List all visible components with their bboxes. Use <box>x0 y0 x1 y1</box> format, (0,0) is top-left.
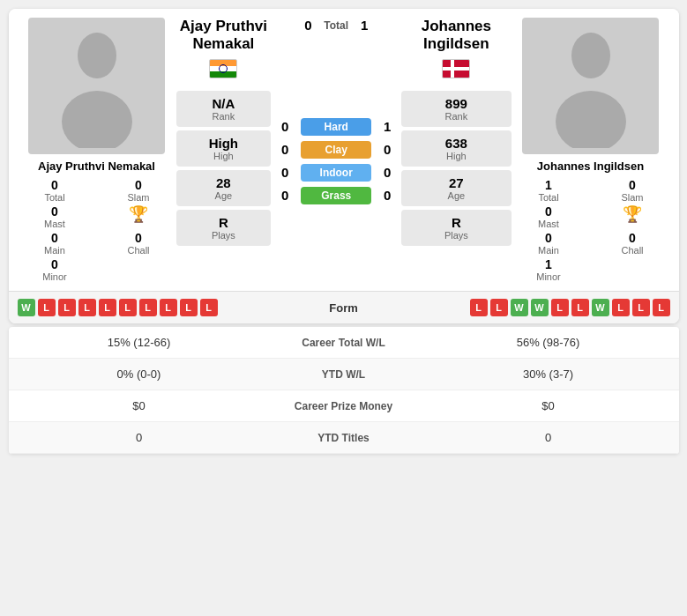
player1-mast-label: Mast <box>44 219 65 229</box>
form-badge: L <box>571 299 589 316</box>
surface-scores: 0 Hard 1 0 Clay 0 0 Indoor 0 0 Grass <box>274 40 398 282</box>
p2-indoor-score: 0 <box>377 165 398 180</box>
prize-label: Career Prize Money <box>256 400 432 412</box>
form-label: Form <box>329 301 358 315</box>
player1-plays-label: Plays <box>185 230 263 241</box>
player2-total: 1 <box>545 178 552 192</box>
stats-table: 15% (12-66) Career Total W/L 56% (98-76)… <box>9 327 679 454</box>
player2-header-name: Johannes Ingildsen <box>401 18 511 54</box>
player1-high-box: High High <box>176 130 272 167</box>
player1-rank-box: N/A Rank <box>176 91 272 127</box>
svg-point-0 <box>78 33 116 78</box>
player1-rank-val: N/A <box>185 96 263 111</box>
ytd-wl-label: YTD W/L <box>256 368 432 381</box>
form-badge: L <box>139 299 157 316</box>
player2-high-box: 638 High <box>401 130 511 167</box>
player1-total: 0 <box>51 178 58 192</box>
player1-rank-label: Rank <box>185 111 263 122</box>
player1-panel: Ajay Pruthvi Nemakal 0 Total 0 Slam 0 Ma… <box>18 18 176 282</box>
form-badge: L <box>612 299 630 316</box>
player1-mast: 0 <box>51 204 58 219</box>
player1-age-val: 28 <box>185 175 263 190</box>
player1-chall: 0 <box>135 231 142 245</box>
player2-age-box: 27 Age <box>401 170 511 206</box>
form-badge: W <box>511 299 528 316</box>
hard-row: 0 Hard 1 <box>274 118 398 136</box>
form-badge: L <box>490 299 508 316</box>
titles-label: YTD Titles <box>256 432 432 444</box>
player2-plays-label: Plays <box>410 230 502 241</box>
form-section: WLLLLLLLLL Form LLWWLLWLLL <box>9 291 679 323</box>
player2-minor: 1 <box>545 257 552 271</box>
ytd-wl-row: 0% (0-0) YTD W/L 30% (3-7) <box>9 359 679 390</box>
p2-career-wl: 56% (98-76) <box>432 336 665 349</box>
player2-plays-box: R Plays <box>401 210 511 246</box>
player1-chall-label: Chall <box>127 245 149 256</box>
player1-form: WLLLLLLLLL <box>18 299 218 316</box>
player1-plays-box: R Plays <box>176 210 272 246</box>
player2-panel: Johannes Ingildsen 1 Total 0 Slam 0 Mast… <box>512 18 670 282</box>
player2-main: 0 <box>545 231 552 245</box>
svg-point-3 <box>556 91 626 148</box>
p1-career-wl: 15% (12-66) <box>23 336 256 349</box>
prize-row: $0 Career Prize Money $0 <box>9 390 679 422</box>
player1-trophy: 🏆 <box>101 204 176 229</box>
player2-info-col: Johannes Ingildsen 899 Rank 638 High 27 … <box>401 18 511 282</box>
form-badge: L <box>119 299 137 316</box>
form-badge: L <box>653 299 670 316</box>
player2-high-val: 638 <box>410 136 502 151</box>
p2-ytd-wl: 30% (3-7) <box>432 367 665 381</box>
player2-flag <box>442 59 470 78</box>
player2-age-label: Age <box>410 190 502 201</box>
player1-info-col: Ajay Pruthvi Nemakal N/A Rank High High … <box>176 18 272 282</box>
p1-total-score: 0 <box>297 18 318 33</box>
career-wl-row: 15% (12-66) Career Total W/L 56% (98-76) <box>9 327 679 359</box>
p1-clay-score: 0 <box>274 142 295 157</box>
player1-header-name: Ajay Pruthvi Nemakal <box>176 18 272 54</box>
p1-prize: $0 <box>23 399 256 412</box>
player1-high-val: High <box>185 136 263 151</box>
career-wl-label: Career Total W/L <box>256 337 432 349</box>
player1-main: 0 <box>51 231 58 245</box>
player2-chall-label: Chall <box>621 245 643 256</box>
player2-form: LLWWLLWLLL <box>470 299 670 316</box>
svg-point-1 <box>62 91 132 148</box>
player1-minor-label: Minor <box>42 271 67 282</box>
player2-name: Johannes Ingildsen <box>537 160 644 173</box>
player2-high-label: High <box>410 151 502 161</box>
form-badge: L <box>99 299 116 316</box>
player2-rank-label: Rank <box>410 111 502 122</box>
player2-chall: 0 <box>629 231 636 245</box>
svg-point-2 <box>571 33 610 78</box>
p1-titles: 0 <box>23 431 256 444</box>
player1-name: Ajay Pruthvi Nemakal <box>38 160 155 173</box>
player1-minor: 0 <box>51 257 58 271</box>
player1-age-box: 28 Age <box>176 170 272 206</box>
form-badge: L <box>200 299 218 316</box>
p2-prize: $0 <box>432 399 665 412</box>
player2-avatar <box>522 18 659 154</box>
grass-badge: Grass <box>301 187 371 204</box>
player1-stats: 0 Total 0 Slam 0 Mast 🏆 0 Main 0 <box>18 178 176 282</box>
form-badge: W <box>18 299 35 316</box>
p2-grass-score: 0 <box>377 188 398 203</box>
form-badge: W <box>531 299 549 316</box>
player2-mast: 0 <box>545 204 552 219</box>
player1-age-label: Age <box>185 190 263 201</box>
player1-slam: 0 <box>135 178 142 192</box>
player2-rank-box: 899 Rank <box>401 91 511 127</box>
clay-row: 0 Clay 0 <box>274 141 398 159</box>
player2-slam-label: Slam <box>621 192 643 203</box>
total-score-row: 0 Total 1 <box>297 18 375 33</box>
player2-minor-label: Minor <box>536 271 561 282</box>
player1-flag <box>209 59 237 78</box>
p1-hard-score: 0 <box>274 119 295 134</box>
player1-main-label: Main <box>44 245 65 256</box>
player2-stats: 1 Total 0 Slam 0 Mast 🏆 0 Main 0 <box>512 178 670 282</box>
player1-total-label: Total <box>44 192 64 203</box>
p2-titles: 0 <box>432 431 665 444</box>
player1-avatar <box>28 18 165 154</box>
titles-row: 0 YTD Titles 0 <box>9 422 679 454</box>
player2-mast-label: Mast <box>538 219 559 229</box>
form-badge: L <box>180 299 198 316</box>
